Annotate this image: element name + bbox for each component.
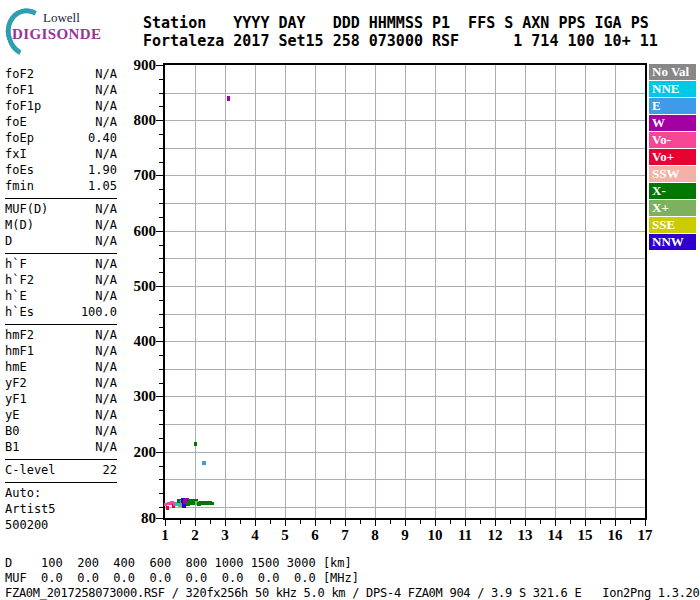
x-major-tick [615, 520, 616, 526]
autoscaling-info-line: Artist5 [5, 501, 117, 517]
param-label: yF2 [5, 375, 27, 391]
horizontal-gridline [165, 286, 645, 287]
param-label: B1 [5, 439, 19, 455]
horizontal-gridline [165, 396, 645, 397]
param-label: B0 [5, 423, 19, 439]
param-value: N/A [95, 256, 117, 272]
y-minor-tick [159, 466, 163, 467]
y-minor-tick [159, 189, 163, 190]
param-row: yF2N/A [5, 375, 117, 391]
x-major-tick [405, 520, 406, 526]
echo-point [202, 461, 206, 465]
panel-divider [5, 324, 117, 325]
y-tick-label: 400 [110, 333, 156, 351]
y-minor-tick [159, 217, 163, 218]
x-major-tick [495, 520, 496, 526]
y-major-tick [156, 452, 163, 453]
x-major-tick [645, 520, 646, 526]
horizontal-gridline [165, 175, 645, 176]
x-tick-label: 5 [272, 527, 298, 545]
x-minor-tick [600, 520, 601, 524]
ionogram-window: Lowell DIGISONDE Station YYYY DAY DDD HH… [0, 0, 700, 600]
param-row: foEs1.90 [5, 162, 117, 178]
legend-item: X+ [649, 200, 696, 216]
lowell-digisonde-logo: Lowell DIGISONDE [4, 4, 134, 52]
param-value: 0.40 [88, 130, 117, 146]
vertical-gridline [615, 65, 616, 518]
param-label: h`F2 [5, 272, 34, 288]
param-row: B1N/A [5, 439, 117, 455]
param-label: yE [5, 407, 19, 423]
param-label: M(D) [5, 217, 34, 233]
param-row: foF2N/A [5, 66, 117, 82]
x-minor-tick [300, 520, 301, 524]
horizontal-gridline [165, 424, 645, 425]
y-major-tick [156, 341, 163, 342]
param-row: hmF1N/A [5, 343, 117, 359]
vertical-gridline [465, 65, 466, 518]
vertical-gridline [195, 65, 196, 518]
y-minor-tick [159, 79, 163, 80]
param-label: foE [5, 114, 27, 130]
vertical-gridline [525, 65, 526, 518]
horizontal-gridline [165, 148, 645, 149]
ionogram-header: Station YYYY DAY DDD HHMMSS P1 FFS S AXN… [143, 14, 658, 50]
y-minor-tick [159, 314, 163, 315]
y-tick-label: 600 [110, 223, 156, 241]
param-row: yEN/A [5, 407, 117, 423]
y-minor-tick [159, 106, 163, 107]
x-tick-label: 4 [242, 527, 268, 545]
y-major-tick [156, 65, 163, 66]
y-minor-tick [159, 507, 163, 508]
param-row: foEp0.40 [5, 130, 117, 146]
vertical-gridline [435, 65, 436, 518]
x-minor-tick [630, 520, 631, 524]
x-major-tick [525, 520, 526, 526]
x-minor-tick [510, 520, 511, 524]
param-label: foF2 [5, 66, 34, 82]
param-row: foF1pN/A [5, 98, 117, 114]
param-row: h`EN/A [5, 288, 117, 304]
y-minor-tick [159, 162, 163, 163]
param-value: N/A [95, 82, 117, 98]
y-minor-tick [159, 327, 163, 328]
x-tick-label: 17 [632, 527, 658, 545]
x-minor-tick [420, 520, 421, 524]
param-label: yF1 [5, 391, 27, 407]
vertical-gridline [225, 65, 226, 518]
x-major-tick [225, 520, 226, 526]
x-minor-tick [480, 520, 481, 524]
horizontal-gridline [165, 314, 645, 315]
param-row: foEN/A [5, 114, 117, 130]
logo-digisonde-text: DIGISONDE [12, 26, 101, 43]
y-tick-label: 800 [110, 112, 156, 130]
x-tick-label: 1 [152, 527, 178, 545]
legend-item: No Val [649, 64, 696, 80]
param-row: h`FN/A [5, 256, 117, 272]
param-value: 22 [103, 462, 117, 478]
y-minor-tick [159, 272, 163, 273]
param-row: hmF2N/A [5, 327, 117, 343]
echo-point [194, 442, 197, 446]
file-info-line: FZA0M_2017258073000.RSF / 320fx256h 50 k… [5, 586, 699, 600]
x-tick-label: 8 [362, 527, 388, 545]
x-major-tick [555, 520, 556, 526]
x-tick-label: 7 [332, 527, 358, 545]
param-label: hmE [5, 359, 27, 375]
y-major-tick [156, 286, 163, 287]
x-minor-tick [540, 520, 541, 524]
legend-item: SSW [649, 166, 696, 182]
param-label: D [5, 233, 12, 249]
param-row: foF1N/A [5, 82, 117, 98]
legend-item: NNE [649, 81, 696, 97]
param-label: h`Es [5, 304, 34, 320]
param-row: hmEN/A [5, 359, 117, 375]
param-row: MUF(D)N/A [5, 201, 117, 217]
vertical-gridline [375, 65, 376, 518]
param-row: yF1N/A [5, 391, 117, 407]
param-label: fmin [5, 178, 34, 194]
distance-row: D 100 200 400 600 800 1000 1500 3000 [km… [5, 556, 352, 570]
y-minor-tick [159, 300, 163, 301]
y-major-tick [156, 231, 163, 232]
param-value: N/A [95, 407, 117, 423]
